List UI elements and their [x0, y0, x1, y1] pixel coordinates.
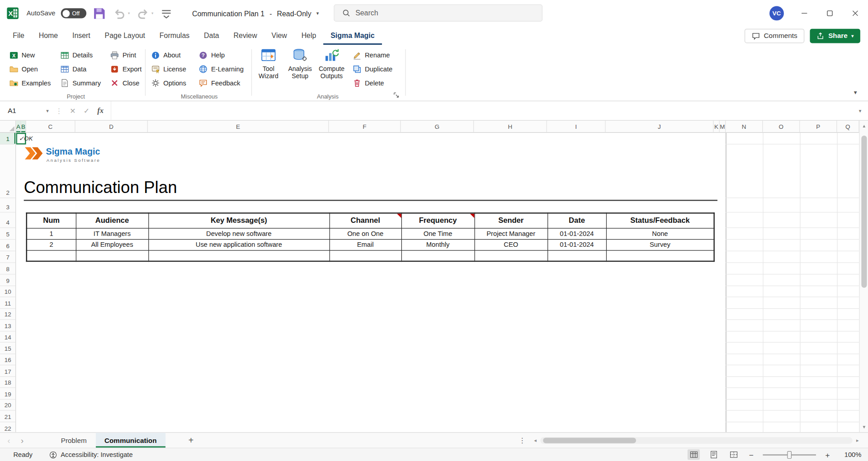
ribbon-button-export[interactable]: Export — [108, 65, 144, 74]
table-header-channel[interactable]: Channel — [330, 213, 401, 228]
row-header-7[interactable]: 7 — [0, 251, 15, 263]
ribbon-button-license[interactable]: License — [150, 65, 192, 74]
horizontal-scrollbar[interactable]: ◂ ▸ — [532, 437, 862, 444]
row-header-19[interactable]: 19 — [0, 388, 15, 400]
formula-bar-grip[interactable]: ⋮ — [55, 107, 62, 115]
scroll-down-icon[interactable]: ▼ — [860, 424, 868, 429]
row-header-11[interactable]: 11 — [0, 297, 15, 309]
page-layout-view-button[interactable] — [708, 449, 720, 460]
table-header-date[interactable]: Date — [547, 213, 606, 228]
ribbon-button-new[interactable]: XNew — [8, 51, 53, 60]
maximize-button[interactable] — [817, 0, 842, 27]
zoom-slider[interactable] — [763, 454, 816, 455]
ribbon-button-delete[interactable]: Delete — [351, 78, 394, 87]
menu-tab-review[interactable]: Review — [226, 27, 264, 45]
document-title[interactable]: Communication Plan 1 - Read-Only ▾ — [192, 9, 319, 17]
table-cell[interactable] — [606, 250, 714, 261]
row-header-15[interactable]: 15 — [0, 343, 15, 354]
horizontal-scrollbar-thumb[interactable] — [543, 438, 636, 443]
autosave-toggle[interactable]: Off — [61, 8, 86, 18]
column-header-g[interactable]: G — [401, 121, 474, 132]
table-cell[interactable]: 01-01-2024 — [547, 228, 606, 239]
row-header-8[interactable]: 8 — [0, 263, 15, 275]
zoom-in-button[interactable]: + — [824, 450, 831, 459]
ribbon-button-rename[interactable]: Rename — [351, 51, 394, 60]
row-header-9[interactable]: 9 — [0, 274, 15, 286]
column-header-k[interactable]: K — [713, 121, 719, 132]
ribbon-button-help[interactable]: ?Help — [197, 51, 249, 60]
table-cell[interactable]: Email — [330, 239, 401, 250]
column-header-m[interactable]: M — [720, 121, 726, 132]
column-header-e[interactable]: E — [148, 121, 329, 132]
table-header-sender[interactable]: Sender — [474, 213, 547, 228]
column-header-p[interactable]: P — [800, 121, 837, 132]
ribbon-button-details[interactable]: Details — [59, 51, 103, 60]
table-cell[interactable] — [547, 250, 606, 261]
table-cell[interactable]: Project Manager — [474, 228, 547, 239]
row-header-3[interactable]: 3 — [0, 198, 15, 212]
row-header-2[interactable]: 2 — [0, 145, 15, 198]
zoom-slider-knob[interactable] — [787, 451, 792, 458]
accessibility-status[interactable]: Accessibility: Investigate — [49, 451, 133, 458]
column-header-n[interactable]: N — [726, 121, 763, 132]
customize-quick-access-button[interactable] — [160, 6, 174, 20]
select-all-corner[interactable] — [0, 121, 16, 133]
horizontal-scrollbar-track[interactable] — [540, 437, 853, 444]
dialog-launcher-icon[interactable] — [393, 92, 400, 99]
table-header-status-feedback[interactable]: Status/Feedback — [606, 213, 714, 228]
scroll-right-icon[interactable]: ▸ — [854, 438, 861, 443]
row-header-20[interactable]: 20 — [0, 400, 15, 410]
row-header-13[interactable]: 13 — [0, 320, 15, 332]
table-cell[interactable]: One Time — [401, 228, 475, 239]
row-header-4[interactable]: 4 — [0, 212, 15, 228]
ribbon-button-summary[interactable]: Summary — [59, 78, 103, 87]
table-cell[interactable]: 1 — [27, 228, 76, 239]
ribbon-button-feedback[interactable]: Feedback — [197, 78, 249, 87]
menu-tab-page-layout[interactable]: Page Layout — [98, 27, 152, 45]
table-cell[interactable]: Develop new software — [148, 228, 329, 239]
row-header-21[interactable]: 21 — [0, 411, 15, 423]
column-header-h[interactable]: H — [474, 121, 547, 132]
ribbon-button-print[interactable]: Print — [108, 51, 144, 60]
search-input[interactable]: Search — [334, 5, 542, 22]
expand-formula-bar-icon[interactable]: ▾ — [859, 108, 862, 113]
previous-sheet-icon[interactable]: ‹ — [5, 436, 14, 445]
table-cell[interactable] — [474, 250, 547, 261]
table-cell[interactable] — [330, 250, 401, 261]
row-header-10[interactable]: 10 — [0, 286, 15, 297]
share-button[interactable]: Share ▾ — [810, 29, 860, 43]
table-cell[interactable] — [401, 250, 475, 261]
column-header-o[interactable]: O — [763, 121, 800, 132]
menu-tab-file[interactable]: File — [5, 27, 31, 45]
undo-chevron-icon[interactable]: ▾ — [128, 11, 130, 15]
table-cell[interactable]: IT Managers — [76, 228, 148, 239]
ribbon-button-compute-outputs[interactable]: Compute Outputs — [316, 47, 346, 80]
column-header-i[interactable]: I — [547, 121, 606, 132]
close-button[interactable] — [843, 0, 868, 27]
ribbon-button-examples[interactable]: Examples — [8, 78, 53, 87]
column-header-f[interactable]: F — [329, 121, 401, 132]
ribbon-button-analysis-setup[interactable]: Analysis Setup — [285, 47, 315, 80]
redo-button[interactable] — [136, 6, 150, 20]
table-header-frequency[interactable]: Frequency — [401, 213, 475, 228]
menu-tab-sigma-magic[interactable]: Sigma Magic — [323, 27, 382, 45]
normal-view-button[interactable] — [688, 449, 700, 460]
enter-icon[interactable]: ✓ — [84, 107, 90, 115]
menu-tab-view[interactable]: View — [264, 27, 294, 45]
save-button[interactable] — [93, 6, 107, 20]
minimize-button[interactable] — [792, 0, 817, 27]
column-header-a[interactable]: A — [16, 121, 21, 132]
zoom-out-button[interactable]: − — [747, 450, 755, 459]
collapse-ribbon-button[interactable]: ▾ — [854, 89, 857, 96]
menu-tab-insert[interactable]: Insert — [65, 27, 98, 45]
sheet-tab-problem[interactable]: Problem — [52, 433, 95, 448]
sheet-tab-communication[interactable]: Communication — [95, 433, 165, 448]
table-cell[interactable]: One on One — [330, 228, 401, 239]
redo-chevron-icon[interactable]: ▾ — [151, 11, 153, 15]
undo-button[interactable] — [113, 6, 127, 20]
menu-tab-home[interactable]: Home — [32, 27, 65, 45]
table-cell[interactable]: Monthly — [401, 239, 475, 250]
ribbon-button-duplicate[interactable]: Duplicate — [351, 65, 394, 74]
formula-input[interactable] — [111, 101, 852, 120]
table-cell[interactable]: All Employees — [76, 239, 148, 250]
